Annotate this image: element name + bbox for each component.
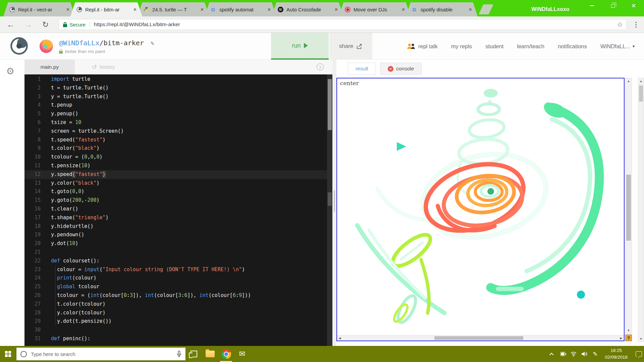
scroll-up-icon[interactable]: ▲ bbox=[626, 78, 632, 84]
code-text: colour = input("Input colour string (DON… bbox=[51, 265, 245, 274]
taskbar-clock[interactable]: 18:25 02/09/2018 bbox=[605, 347, 628, 360]
code-line: 4t.penup bbox=[24, 101, 327, 110]
nav-repl-talk[interactable]: repl talk bbox=[407, 43, 438, 50]
edit-pencil-icon[interactable]: ✎ bbox=[151, 40, 154, 47]
tab-close-icon[interactable]: ✕ bbox=[267, 7, 271, 12]
tab-close-icon[interactable]: ✕ bbox=[469, 7, 472, 12]
scroll-right-icon[interactable]: ▶ bbox=[619, 336, 624, 341]
scroll-up-icon[interactable]: ▲ bbox=[638, 78, 644, 84]
repl-username[interactable]: @WiNDfaLLx bbox=[59, 39, 99, 47]
browser-tab[interactable]: Auto Crossfade✕ bbox=[272, 2, 343, 16]
tab-console[interactable]: ✕ console bbox=[380, 63, 422, 75]
tab-close-icon[interactable]: ✕ bbox=[401, 7, 405, 12]
nav-notifications[interactable]: notifications bbox=[558, 43, 587, 50]
back-button[interactable]: ← bbox=[7, 21, 14, 28]
tab-title: 24.5. turtle — T bbox=[152, 7, 198, 12]
page-scroll-thumb[interactable] bbox=[639, 85, 643, 102]
start-button[interactable] bbox=[0, 346, 16, 362]
editor-scrollbar-thumb[interactable] bbox=[328, 79, 332, 130]
account-menu[interactable]: WiNDfaLL... ▾ bbox=[600, 43, 635, 50]
tab-title: Repl.it - bitm-ar bbox=[85, 7, 130, 12]
browser-tab[interactable]: Repl.it - vect-ar✕ bbox=[3, 2, 75, 16]
wifi-indicator[interactable] bbox=[570, 351, 577, 357]
line-number: 15 bbox=[24, 196, 41, 205]
battery-indicator[interactable] bbox=[559, 352, 567, 356]
search-input[interactable] bbox=[31, 351, 173, 357]
code-line: 12y.speed("fastest") bbox=[24, 170, 327, 179]
taskbar-search[interactable] bbox=[16, 347, 186, 361]
play-icon bbox=[304, 43, 308, 48]
tab-result[interactable]: result bbox=[348, 63, 376, 75]
browser-tab[interactable]: Move over DJs✕ bbox=[339, 2, 411, 16]
nav-student[interactable]: student bbox=[485, 43, 503, 50]
tab-close-icon[interactable]: ✕ bbox=[334, 7, 338, 12]
tab-close-icon[interactable]: ✕ bbox=[66, 7, 70, 12]
browser-menu-icon[interactable]: ⋮ bbox=[633, 20, 639, 28]
code-line: 3y = turtle.Turtle() bbox=[24, 93, 327, 101]
turtle-canvas[interactable]: center bbox=[336, 78, 625, 341]
editor-scrollbar[interactable] bbox=[327, 74, 332, 346]
new-tab-button[interactable] bbox=[479, 4, 493, 14]
page-scrollbar[interactable]: ▲ ▼ bbox=[638, 78, 644, 342]
code-line: 17t.shape("triangle") bbox=[24, 214, 327, 222]
task-view-button[interactable] bbox=[186, 346, 202, 362]
scroll-down-icon[interactable]: ▼ bbox=[638, 336, 644, 342]
browser-tab[interactable]: Gspotify disable✕ bbox=[406, 2, 478, 16]
replit-logo[interactable] bbox=[10, 37, 28, 55]
tab-title: Repl.it - vect-ar bbox=[18, 7, 63, 12]
bookmark-star-icon[interactable]: ☆ bbox=[617, 20, 623, 28]
chrome-taskbar-button[interactable] bbox=[218, 346, 234, 362]
minimize-button[interactable] bbox=[582, 0, 602, 11]
code-text: def colourset(): bbox=[51, 257, 100, 265]
avatar[interactable] bbox=[40, 40, 53, 53]
address-bar[interactable]: Secure https://repl.it/@WiNDfaLLx/bitm-a… bbox=[59, 19, 627, 30]
run-button[interactable]: run bbox=[271, 33, 329, 60]
scroll-left-icon[interactable]: ◀ bbox=[337, 336, 342, 341]
browser-tab[interactable]: Gspotify automat✕ bbox=[205, 2, 276, 16]
url-text[interactable]: https://repl.it/@WiNDfaLLx/bitm-arker bbox=[94, 21, 617, 27]
code-line: 15y.goto(200,-200) bbox=[24, 196, 327, 205]
canvas-vscroll-thumb[interactable] bbox=[626, 175, 631, 241]
line-number: 30 bbox=[24, 326, 41, 335]
pane-splitter[interactable] bbox=[332, 60, 336, 346]
line-number: 16 bbox=[24, 205, 41, 214]
browser-tab[interactable]: 24.5. turtle — T✕ bbox=[138, 2, 209, 16]
clock-date: 02/09/2018 bbox=[605, 354, 628, 361]
tab-close-icon[interactable]: ✕ bbox=[200, 7, 204, 12]
canvas-horizontal-scrollbar[interactable]: ◀ ▶ bbox=[337, 335, 624, 341]
tray-expand-button[interactable] bbox=[548, 353, 556, 356]
browser-tab[interactable]: Repl.it - bitm-ar✕ bbox=[70, 2, 142, 16]
splitter-grip[interactable] bbox=[334, 190, 335, 212]
tab-main-py[interactable]: main.py bbox=[24, 60, 75, 74]
nav-my-repls[interactable]: my repls bbox=[451, 43, 472, 50]
result-panel: result ✕ console bbox=[336, 60, 638, 346]
tab-history[interactable]: ↺ history bbox=[75, 60, 132, 74]
mail-button[interactable]: ✉ bbox=[234, 346, 250, 362]
reload-button[interactable]: ↻ bbox=[42, 21, 49, 28]
line-number: 24 bbox=[24, 274, 41, 283]
info-icon[interactable]: i bbox=[317, 63, 324, 70]
file-explorer-button[interactable] bbox=[202, 346, 218, 362]
chrome-profile-badge[interactable]: WiNDfaLLxoxo bbox=[531, 6, 570, 12]
code-text: t.penup bbox=[51, 101, 72, 110]
ink-workspace-button[interactable]: ✎ bbox=[591, 351, 599, 358]
code-area[interactable]: 1import turtle2t = turtle.Turtle()3y = t… bbox=[24, 74, 327, 346]
code-line: 13y.color("black") bbox=[24, 179, 327, 188]
action-center-icon[interactable] bbox=[636, 351, 642, 357]
nav-learn-teach[interactable]: learn/teach bbox=[517, 43, 544, 50]
tab-close-icon[interactable]: ✕ bbox=[133, 7, 137, 12]
microphone-icon[interactable] bbox=[176, 351, 182, 357]
settings-gear-icon[interactable]: ⚙ bbox=[6, 66, 14, 77]
repl-description: better than ms paint bbox=[59, 49, 105, 54]
canvas-hscroll-thumb[interactable] bbox=[434, 336, 523, 340]
repl-name: /bitm-arker bbox=[99, 39, 144, 47]
share-button[interactable]: share bbox=[329, 33, 372, 60]
close-button[interactable]: ✕ bbox=[623, 0, 644, 11]
forward-button[interactable]: → bbox=[24, 21, 32, 28]
canvas-help-button[interactable]: ? bbox=[625, 335, 632, 341]
restore-button[interactable] bbox=[602, 0, 623, 11]
line-number: 4 bbox=[24, 101, 41, 110]
volume-indicator[interactable] bbox=[581, 351, 588, 357]
canvas-vertical-scrollbar[interactable]: ▲ ▼ bbox=[625, 78, 632, 334]
scroll-down-icon[interactable]: ▼ bbox=[626, 327, 632, 334]
